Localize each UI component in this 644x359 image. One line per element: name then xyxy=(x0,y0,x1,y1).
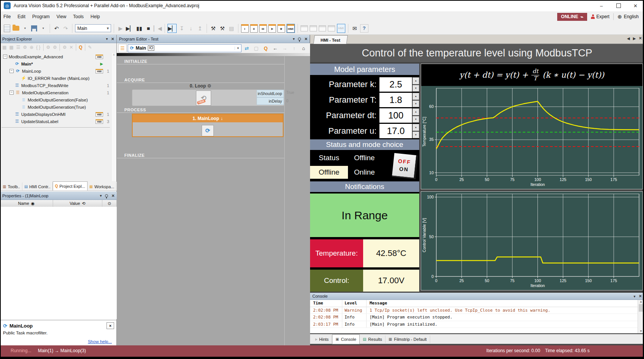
help-button[interactable]: ? xyxy=(360,24,368,33)
duplicate-icon[interactable]: ⚙ xyxy=(53,45,57,50)
macrofilter-list-button[interactable]: ☰ xyxy=(118,44,127,52)
new-worker-icon[interactable]: ⚙ xyxy=(23,45,27,50)
mode-option-offline[interactable]: Offline xyxy=(349,151,389,164)
extract-icon[interactable]: ⚙ xyxy=(46,45,50,50)
tab-hmi-controls[interactable]: ▤HMI Contr.. xyxy=(22,183,53,190)
console-row[interactable]: 2:03:17 PM Info [Main] Program initializ… xyxy=(310,321,638,328)
go-home-button[interactable]: ⌂ xyxy=(299,44,308,52)
panel-menu-icon[interactable]: ▾ xyxy=(293,37,295,41)
layout-columns-button[interactable] xyxy=(328,24,335,33)
tab-hints[interactable]: ▹Hints xyxy=(312,336,332,343)
tree-item-mainloop[interactable]: −⟳MainLoopHMI1 xyxy=(0,67,111,75)
layout-grid-button[interactable] xyxy=(310,24,317,33)
new-project-button[interactable] xyxy=(3,24,11,33)
section-initialize-button[interactable]: I xyxy=(241,24,249,33)
iterate-current-button[interactable]: ▶▏ xyxy=(168,24,177,33)
minimize-button[interactable]: – xyxy=(593,0,610,11)
expert-mode-button[interactable]: Expert xyxy=(591,14,610,19)
tree-expander-icon[interactable]: − xyxy=(9,69,14,73)
braces-icon[interactable]: { } xyxy=(36,45,40,50)
new-task-icon[interactable]: ☰ xyxy=(16,45,20,50)
tab-results[interactable]: ▤Results xyxy=(360,336,385,343)
tree-item-updatestatuslabel[interactable]: ☰UpdateStatusLabelHMI3 xyxy=(0,118,111,125)
tree-expander-icon[interactable]: − xyxy=(3,55,7,59)
spin-down-button[interactable]: ▼ xyxy=(412,131,419,139)
spin-up-button[interactable]: ▲ xyxy=(412,77,419,84)
feedback-envelope-button[interactable]: ✉ xyxy=(351,24,359,33)
console-row[interactable]: 2:02:08 PM Info [Main] Program execution… xyxy=(310,314,638,321)
panel-close-icon[interactable]: × xyxy=(111,194,114,198)
find-button[interactable]: Q xyxy=(262,44,270,52)
panel-menu-icon[interactable]: ▾ xyxy=(100,194,102,198)
open-dropdown[interactable]: ▾ xyxy=(21,24,29,33)
macrofilter-breadcrumb[interactable]: ⟳ Main IO ▼ xyxy=(128,44,241,52)
program-canvas[interactable]: INITIALIZE ACQUIRE 0. Loop ⚙ ⟲TRUE inSho… xyxy=(117,56,310,345)
spin-up-button[interactable]: ▲ xyxy=(412,124,419,131)
step-into-button[interactable]: ↓ xyxy=(187,24,195,33)
spin-up-button[interactable]: ▲ xyxy=(412,108,419,116)
tree-item-main-[interactable]: ⟳Main*▶ xyxy=(0,60,111,67)
tag-icon[interactable]: ⊙ xyxy=(108,201,111,206)
show-help-link[interactable]: Show help... xyxy=(88,339,112,344)
language-selector[interactable]: ⊕ English xyxy=(617,14,639,20)
parameter-value-input[interactable]: 2.5 xyxy=(379,77,412,92)
stop-button[interactable]: ■ xyxy=(145,24,152,33)
layout-single-button[interactable] xyxy=(301,24,308,33)
panel-close-icon[interactable]: × xyxy=(111,37,114,41)
layout-hmi-button[interactable]: HMI xyxy=(337,24,345,33)
spin-down-button[interactable]: ▼ xyxy=(412,116,419,123)
add-io-icon[interactable]: ⊕ xyxy=(30,45,33,50)
menu-tools[interactable]: Tools xyxy=(70,12,87,21)
sync-selection-button[interactable]: ⇄ xyxy=(243,44,251,52)
attachment-icon[interactable]: ✎ xyxy=(88,45,92,50)
maximize-button[interactable] xyxy=(610,0,627,11)
diagnostic-wrench-button[interactable]: ⚒ xyxy=(219,24,226,33)
tree-item-modeloutputgeneration-false-[interactable]: ☰ModelOutputGeneration(False) xyxy=(0,96,111,103)
parameter-value-input[interactable]: 1.8 xyxy=(379,93,412,107)
tree-item-io-error-handler-mainloop-[interactable]: ⚡IO_ERROR handler (MainLoop) xyxy=(0,75,111,82)
input-indelay[interactable]: inDelay xyxy=(257,97,284,105)
pin-icon[interactable] xyxy=(298,37,301,41)
on-off-toggle[interactable]: OFF ON xyxy=(392,153,418,179)
iterate-button[interactable]: ▶▏ xyxy=(126,24,134,33)
expand-arrow-icon[interactable]: ↓ xyxy=(221,116,223,121)
settings-gear-icon[interactable]: ⚙ xyxy=(63,45,67,50)
profiler-chart-button[interactable]: ▤ xyxy=(228,24,235,33)
parameter-value-input[interactable]: 100 xyxy=(379,108,412,123)
spin-down-button[interactable]: ▼ xyxy=(412,100,419,108)
settings-wrench-button[interactable]: ⚒ xyxy=(210,24,217,33)
scroll-left-icon[interactable]: ◀ xyxy=(627,36,630,41)
menu-edit[interactable]: Edit xyxy=(14,12,29,21)
tab-workspace[interactable]: ▦Workspa... xyxy=(88,183,117,190)
copy-instance-button[interactable]: ▢ xyxy=(252,44,260,52)
tab-hmi-test[interactable]: HMI - Test xyxy=(313,35,348,44)
eye-icon[interactable]: ◉ xyxy=(31,201,35,206)
program-selector[interactable]: Main ▼ xyxy=(75,24,111,32)
tree-scrollbar[interactable]: ∧ xyxy=(111,53,116,181)
panel-menu-icon[interactable]: ▾ xyxy=(106,37,108,41)
pin-icon[interactable] xyxy=(105,194,108,197)
refresh-icon[interactable]: ⟲ xyxy=(82,201,85,206)
go-up-button[interactable]: ↑ xyxy=(290,44,298,52)
menu-file[interactable]: File xyxy=(0,12,14,21)
menu-help[interactable]: Help xyxy=(87,12,103,21)
spin-up-button[interactable]: ▲ xyxy=(412,93,419,100)
section-process-button[interactable]: II xyxy=(250,24,258,33)
navigate-back-button[interactable]: ← xyxy=(271,44,279,52)
gear-icon[interactable]: ⚙ xyxy=(207,83,212,89)
save-dropdown[interactable]: ▾ xyxy=(39,24,47,33)
mode-option-online[interactable]: Online xyxy=(349,166,389,179)
tab-console[interactable]: ▣Console xyxy=(332,334,360,344)
scroll-right-icon[interactable]: ▶ xyxy=(633,36,636,41)
open-project-button[interactable] xyxy=(12,24,20,33)
tree-item-modbustcp-readwrite[interactable]: ☰ModbusTCP_ReadWrite1 xyxy=(0,82,111,89)
cursor-tool-button[interactable]: ➤ xyxy=(268,24,276,33)
delete-icon[interactable]: ✕ xyxy=(69,45,73,50)
loop-block-title[interactable]: 0. Loop ⚙ xyxy=(117,83,284,89)
layout-rows-button[interactable] xyxy=(319,24,326,33)
spin-down-button[interactable]: ▼ xyxy=(412,85,419,92)
new-variant-icon[interactable]: ▦ xyxy=(9,45,13,50)
pause-button[interactable]: ▮▮ xyxy=(136,24,143,33)
tree-expander-icon[interactable]: − xyxy=(9,91,14,95)
tree-item-updatedisplaysonhmi[interactable]: ☰UpdateDisplaysOnHMIHMI1 xyxy=(0,111,111,118)
